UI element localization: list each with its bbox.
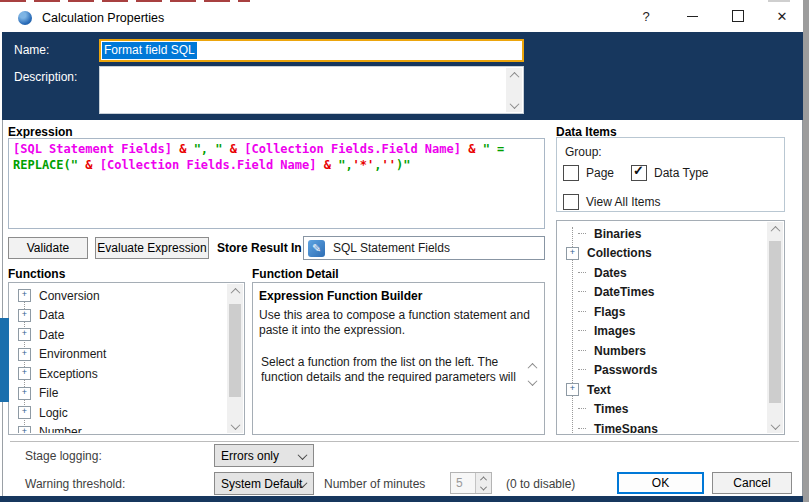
function-detail-hint: Select a function from the list on the l… <box>261 355 521 383</box>
tree-connector <box>578 350 586 352</box>
hint-line-2: function details and the required parame… <box>261 370 521 383</box>
tree-item[interactable]: +Exceptions <box>16 364 226 384</box>
scroll-up-icon[interactable] <box>227 284 243 298</box>
tree-item[interactable]: +Number <box>16 423 226 434</box>
checkbox-view-all-items[interactable]: View All Items <box>563 194 660 210</box>
scrollbar-thumb[interactable] <box>229 304 241 397</box>
tree-item[interactable]: +Data <box>16 306 226 326</box>
tree-item-label: Passwords <box>592 363 657 377</box>
scroll-down-icon[interactable] <box>767 419 783 433</box>
validate-label: Validate <box>27 241 69 255</box>
expression-token: & <box>461 142 483 156</box>
functions-scrollbar[interactable] <box>227 284 243 433</box>
tree-item[interactable]: +File <box>16 384 226 404</box>
data-type-checkbox-label: Data Type <box>654 166 708 180</box>
stage-logging-dropdown[interactable]: Errors only <box>214 444 314 467</box>
close-button[interactable]: ✕ <box>766 2 798 30</box>
tree-item-label: Collections <box>585 246 652 260</box>
minutes-spinner[interactable]: 5 <box>450 472 492 494</box>
tree-item[interactable]: Images <box>564 322 766 342</box>
data-items-tree: Binaries+CollectionsDatesDateTimesFlagsI… <box>558 224 766 433</box>
chevron-down-icon <box>298 450 308 460</box>
maximize-button[interactable] <box>722 2 754 30</box>
tree-item[interactable]: +Date <box>16 325 226 345</box>
tree-connector <box>578 272 586 274</box>
tree-item[interactable]: Dates <box>564 263 766 283</box>
ok-button[interactable]: OK <box>617 472 704 494</box>
store-result-field[interactable]: ✎ SQL Statement Fields <box>303 236 545 260</box>
evaluate-label: Evaluate Expression <box>97 241 206 255</box>
expression-token: , <box>374 158 381 172</box>
store-result-value: SQL Statement Fields <box>333 241 450 255</box>
tree-item[interactable]: +Environment <box>16 345 226 365</box>
tree-item-label: Times <box>592 402 628 416</box>
tree-item-label: Text <box>585 383 611 397</box>
expand-icon[interactable]: + <box>566 247 579 260</box>
tree-item[interactable]: Times <box>564 400 766 420</box>
spinner-up-icon[interactable] <box>476 473 491 483</box>
expand-icon[interactable]: + <box>18 387 31 400</box>
tree-item[interactable]: +Text <box>564 380 766 400</box>
tree-item[interactable]: Passwords <box>564 361 766 381</box>
description-input[interactable] <box>99 66 524 114</box>
tree-item[interactable]: +Conversion <box>16 286 226 306</box>
tree-item[interactable]: Numbers <box>564 341 766 361</box>
expand-icon[interactable]: + <box>18 289 31 302</box>
expand-icon[interactable]: + <box>18 309 31 322</box>
tree-item[interactable]: +Collections <box>564 244 766 264</box>
expression-token: & <box>316 158 338 172</box>
tree-item[interactable]: Flags <box>564 302 766 322</box>
tree-item-label: Number <box>37 425 82 433</box>
scroll-up-icon[interactable] <box>767 222 783 236</box>
tree-item-label: Images <box>592 324 635 338</box>
scroll-down-icon[interactable] <box>227 419 243 433</box>
data-items-scrollbar[interactable] <box>767 222 783 433</box>
scrollbar-thumb[interactable] <box>769 241 781 403</box>
tree-item[interactable]: TimeSpans <box>564 419 766 433</box>
checkbox-data-type[interactable]: Data Type <box>631 165 708 181</box>
validate-button[interactable]: Validate <box>8 237 88 259</box>
view-all-items-checkbox-icon[interactable] <box>563 194 579 210</box>
cancel-button[interactable]: Cancel <box>712 472 792 494</box>
tree-item[interactable]: +Logic <box>16 403 226 423</box>
page-checkbox-label: Page <box>586 166 614 180</box>
tree-item[interactable]: DateTimes <box>564 283 766 303</box>
data-type-checkbox-icon[interactable] <box>631 165 647 181</box>
hint-scroll-up-icon[interactable] <box>529 359 536 373</box>
data-items-tree-panel: Binaries+CollectionsDatesDateTimesFlagsI… <box>556 220 785 435</box>
cancel-label: Cancel <box>733 476 770 490</box>
warning-threshold-dropdown[interactable]: System Default <box>214 472 314 495</box>
scroll-down-icon[interactable] <box>506 98 522 112</box>
description-scrollbar[interactable] <box>506 68 522 112</box>
expand-icon[interactable]: + <box>18 367 31 380</box>
name-selected-text: Format field SQL <box>102 42 197 59</box>
pencil-icon: ✎ <box>308 240 325 257</box>
help-button[interactable]: ? <box>630 2 662 30</box>
expand-icon[interactable]: + <box>18 348 31 361</box>
hint-scroll-down-icon[interactable] <box>529 375 536 389</box>
tree-item[interactable]: Binaries <box>564 224 766 244</box>
scroll-up-icon[interactable] <box>506 68 522 82</box>
function-detail-body: Use this area to compose a function stat… <box>259 308 543 338</box>
expand-icon[interactable]: + <box>18 426 31 433</box>
spinner-down-icon[interactable] <box>476 483 491 493</box>
evaluate-expression-button[interactable]: Evaluate Expression <box>95 237 209 259</box>
spinner-buttons[interactable] <box>475 473 491 493</box>
expression-token: '*' <box>353 158 375 172</box>
tree-item-label: Logic <box>37 406 68 420</box>
expand-icon[interactable]: + <box>18 406 31 419</box>
functions-tree-panel: +Conversion+Data+Date+Environment+Except… <box>8 282 245 435</box>
expression-line-1: [SQL Statement Fields] & ", " & [Collect… <box>13 141 540 157</box>
name-input[interactable]: Format field SQL <box>99 39 524 62</box>
expand-icon[interactable]: + <box>18 328 31 341</box>
expression-editor[interactable]: [SQL Statement Fields] & ", " & [Collect… <box>8 138 545 229</box>
tree-item-label: File <box>37 386 58 400</box>
store-result-in-label: Store Result In <box>217 241 302 255</box>
checkbox-page[interactable]: Page <box>563 165 614 181</box>
tree-item-label: Numbers <box>592 344 646 358</box>
minimize-button[interactable] <box>676 2 708 30</box>
expression-section-title: Expression <box>8 125 73 139</box>
page-checkbox-icon[interactable] <box>563 165 579 181</box>
expand-icon[interactable]: + <box>566 383 579 396</box>
tree-item-label: Dates <box>592 266 627 280</box>
